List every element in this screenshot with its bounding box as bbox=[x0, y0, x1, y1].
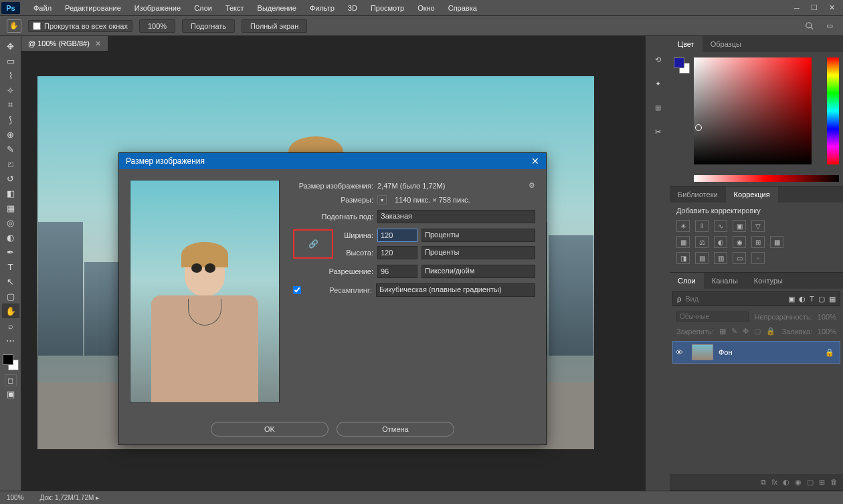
vibrance-icon[interactable]: ▽ bbox=[751, 220, 765, 232]
magic-wand-tool[interactable]: ✧ bbox=[2, 83, 19, 98]
lock-move-icon[interactable]: ✥ bbox=[743, 327, 749, 336]
constrain-proportions-toggle[interactable]: 🔗 bbox=[293, 229, 333, 259]
gradient-tool[interactable]: ▦ bbox=[2, 201, 19, 215]
hand-tool[interactable]: ✋ bbox=[2, 303, 19, 318]
menu-view[interactable]: Просмотр bbox=[364, 4, 411, 12]
lock-pixels-icon[interactable]: ▦ bbox=[719, 327, 726, 336]
hue-icon[interactable]: ▦ bbox=[676, 236, 690, 248]
workspace-icon[interactable]: ▭ bbox=[823, 21, 836, 31]
filter-shape-icon[interactable]: ▢ bbox=[818, 295, 825, 303]
curves-icon[interactable]: ∿ bbox=[714, 220, 727, 232]
libraries-tab[interactable]: Библиотеки bbox=[670, 186, 726, 203]
filter-image-icon[interactable]: ▣ bbox=[788, 295, 795, 303]
layer-search-input[interactable] bbox=[685, 295, 784, 303]
color-picker[interactable] bbox=[670, 52, 843, 186]
dialog-close-icon[interactable]: ✕ bbox=[531, 156, 539, 166]
eraser-tool[interactable]: ◧ bbox=[2, 186, 19, 201]
dialog-titlebar[interactable]: Размер изображения ✕ bbox=[119, 153, 546, 169]
history-brush-tool[interactable]: ↺ bbox=[2, 171, 19, 186]
width-input[interactable] bbox=[377, 229, 417, 242]
layer-filter[interactable]: ρ ▣ ◐ T ▢ ▦ bbox=[672, 291, 840, 306]
document-tab[interactable]: @ 100% (RGB/8#)✕ bbox=[21, 36, 108, 51]
menu-help[interactable]: Справка bbox=[442, 4, 484, 12]
opacity-value[interactable]: 100% bbox=[818, 313, 836, 321]
lookup-icon[interactable]: ▦ bbox=[770, 236, 783, 248]
crop-tool[interactable]: ⌗ bbox=[2, 98, 19, 112]
layer-name[interactable]: Фон bbox=[719, 348, 733, 356]
ok-button[interactable]: OK bbox=[211, 422, 329, 436]
scroll-all-checkbox[interactable]: Прокрутка во всех окнах bbox=[28, 20, 132, 32]
filter-type-icon[interactable]: T bbox=[810, 295, 814, 303]
edit-toolbar[interactable]: ⋯ bbox=[2, 333, 19, 348]
filter-adjust-icon[interactable]: ◐ bbox=[799, 295, 806, 303]
menu-file[interactable]: Файл bbox=[27, 4, 58, 12]
close-button[interactable]: ✕ bbox=[826, 3, 838, 13]
resolution-unit-select[interactable]: Пиксели/дюйм bbox=[421, 265, 535, 278]
lock-artboard-icon[interactable]: ▢ bbox=[754, 327, 761, 336]
minimize-button[interactable]: ─ bbox=[791, 3, 803, 13]
threshold-icon[interactable]: ▥ bbox=[714, 252, 727, 264]
gradient-map-icon[interactable]: ▭ bbox=[733, 252, 746, 264]
quick-mask-toggle[interactable]: ◻ bbox=[5, 374, 17, 386]
marquee-tool[interactable]: ▭ bbox=[2, 53, 19, 68]
properties-panel-icon[interactable]: ✦ bbox=[650, 76, 665, 91]
gear-icon[interactable]: ⚙ bbox=[529, 181, 535, 190]
adjustments-panel-icon[interactable]: ✂ bbox=[650, 124, 665, 139]
resolution-input[interactable] bbox=[377, 265, 417, 278]
move-tool[interactable]: ✥ bbox=[2, 39, 19, 53]
search-icon[interactable] bbox=[803, 21, 816, 31]
brightness-icon[interactable]: ☀ bbox=[676, 220, 690, 232]
levels-icon[interactable]: ⫴ bbox=[695, 220, 709, 232]
zoom-level[interactable]: 100% bbox=[139, 19, 175, 33]
blur-tool[interactable]: ◎ bbox=[2, 215, 19, 230]
dimensions-unit-toggle[interactable]: ▾ bbox=[377, 195, 387, 205]
link-layers-icon[interactable]: ⧉ bbox=[761, 478, 766, 487]
stamp-tool[interactable]: ⏍ bbox=[2, 156, 19, 171]
delete-layer-icon[interactable]: 🗑 bbox=[830, 478, 838, 486]
adjustment-layer-icon[interactable]: ◉ bbox=[795, 478, 802, 487]
correction-tab[interactable]: Коррекция bbox=[726, 186, 778, 203]
color-swatch[interactable] bbox=[3, 354, 19, 370]
fit-to-select[interactable]: Заказная bbox=[377, 210, 535, 223]
path-tool[interactable]: ↖ bbox=[2, 274, 19, 289]
shape-tool[interactable]: ▢ bbox=[2, 289, 19, 303]
menu-filter[interactable]: Фильтр bbox=[303, 4, 341, 12]
healing-tool[interactable]: ⊕ bbox=[2, 127, 19, 142]
lasso-tool[interactable]: ⌇ bbox=[2, 68, 19, 83]
menu-text[interactable]: Текст bbox=[219, 4, 251, 12]
fx-icon[interactable]: fx bbox=[771, 478, 777, 486]
width-unit-select[interactable]: Проценты bbox=[421, 229, 535, 242]
resample-select[interactable]: Бикубическая (плавные градиенты) bbox=[376, 283, 535, 297]
layer-lock-icon[interactable]: 🔒 bbox=[825, 348, 837, 357]
invert-icon[interactable]: ◨ bbox=[676, 252, 690, 264]
fit-button[interactable]: Подогнать bbox=[182, 19, 235, 33]
cancel-button[interactable]: Отмена bbox=[337, 422, 454, 436]
mask-icon[interactable]: ◐ bbox=[783, 478, 789, 487]
pen-tool[interactable]: ✒ bbox=[2, 245, 19, 259]
paths-tab[interactable]: Контуры bbox=[746, 273, 791, 289]
history-panel-icon[interactable]: ⟲ bbox=[650, 52, 665, 67]
menu-image[interactable]: Изображение bbox=[128, 4, 187, 12]
menu-window[interactable]: Окно bbox=[411, 4, 442, 12]
type-tool[interactable]: T bbox=[2, 259, 19, 274]
fill-value[interactable]: 100% bbox=[818, 328, 836, 336]
lock-all-icon[interactable]: 🔒 bbox=[766, 327, 775, 336]
swatches-tab[interactable]: Образцы bbox=[702, 36, 749, 52]
exposure-icon[interactable]: ▣ bbox=[733, 220, 746, 232]
selective-icon[interactable]: ▫ bbox=[751, 252, 765, 264]
color-tab[interactable]: Цвет bbox=[670, 36, 702, 52]
new-layer-icon[interactable]: ⊞ bbox=[819, 478, 825, 487]
lock-position-icon[interactable]: ✎ bbox=[731, 327, 737, 336]
layer-item[interactable]: 👁 Фон 🔒 bbox=[672, 341, 840, 364]
filter-smart-icon[interactable]: ▦ bbox=[829, 295, 836, 303]
resample-checkbox[interactable] bbox=[293, 286, 301, 294]
maximize-button[interactable]: ☐ bbox=[808, 3, 820, 13]
height-input[interactable] bbox=[377, 246, 417, 259]
menu-3d[interactable]: 3D bbox=[341, 4, 364, 12]
dodge-tool[interactable]: ◐ bbox=[2, 230, 19, 245]
layers-tab[interactable]: Слои bbox=[670, 273, 704, 289]
fullscreen-button[interactable]: Полный экран bbox=[242, 19, 307, 33]
height-unit-select[interactable]: Проценты bbox=[421, 246, 535, 259]
bw-icon[interactable]: ◐ bbox=[714, 236, 727, 248]
group-icon[interactable]: ▢ bbox=[807, 478, 814, 487]
